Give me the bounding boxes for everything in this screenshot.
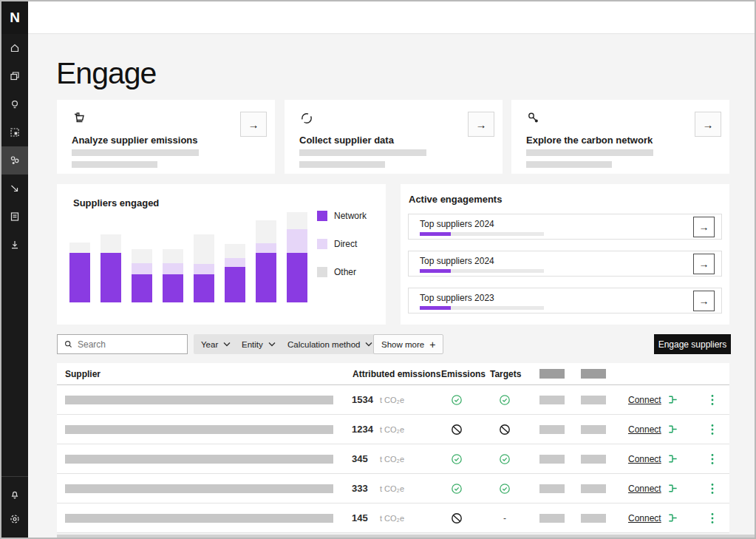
bar-segment-other: [101, 234, 121, 253]
bar-column: [101, 234, 121, 302]
card-arrow-button[interactable]: →: [695, 112, 721, 137]
chevron-down-icon: [365, 342, 372, 347]
targets-status-icon: -: [499, 512, 511, 524]
sidebar-item-import[interactable]: [1, 231, 28, 259]
logo-letter: N: [10, 10, 20, 26]
connect-plug-icon: [667, 483, 678, 494]
show-more-button[interactable]: Show more +: [373, 334, 443, 354]
bar-column: [194, 234, 214, 302]
legend-swatch: [317, 267, 327, 277]
filter-entity[interactable]: Entity: [234, 334, 283, 354]
targets-status-icon: -: [499, 424, 511, 435]
bar-segment-direct: [225, 258, 245, 267]
card-arrow-button[interactable]: →: [468, 112, 494, 137]
engage-suppliers-button[interactable]: Engage suppliers: [654, 334, 731, 354]
targets-status-icon: -: [499, 483, 511, 495]
progress-bar: [420, 306, 544, 310]
table-row: 145 t CO₂e - - Connect: [57, 504, 729, 533]
sidebar-item-select-area[interactable]: [1, 118, 28, 146]
sidebar-item-home[interactable]: [1, 34, 28, 62]
panel-title: Active engagements: [409, 194, 502, 205]
sync-icon: [299, 111, 314, 129]
kebab-menu-icon[interactable]: [706, 452, 719, 466]
table-row: 1534 t CO₂e - - Connect: [57, 385, 729, 415]
connect-link[interactable]: Connect: [628, 394, 678, 405]
arrow-right-icon: →: [476, 118, 487, 131]
filter-calculation-method[interactable]: Calculation method: [280, 334, 380, 354]
sidebar-item-settings[interactable]: [1, 506, 28, 532]
filter-year[interactable]: Year: [194, 334, 238, 354]
kebab-menu-icon[interactable]: [706, 423, 719, 436]
engage-network-icon: [9, 155, 21, 166]
cell-placeholder: [581, 484, 606, 493]
bell-icon: [9, 488, 21, 500]
bar-segment-network: [69, 253, 90, 302]
app-window: N: [0, 0, 756, 539]
engagement-arrow-button[interactable]: →: [693, 291, 715, 311]
bar-segment-other: [287, 212, 307, 229]
bar-segment-network: [132, 274, 152, 302]
progress-bar: [420, 269, 544, 273]
bar-segment-other: [194, 234, 214, 264]
check-circle-icon: [499, 453, 511, 465]
arrow-right-icon: →: [699, 258, 709, 270]
active-engagements-panel: Active engagements Top suppliers 2024 → …: [401, 184, 729, 325]
search-box[interactable]: [57, 334, 188, 354]
connect-link[interactable]: Connect: [628, 512, 678, 523]
blocked-icon: [451, 424, 463, 435]
column-placeholder: [581, 369, 606, 379]
bar-segment-network: [256, 253, 276, 302]
gear-icon: [9, 513, 21, 525]
cell-placeholder: [581, 396, 606, 404]
sidebar-item-slides[interactable]: [1, 62, 28, 90]
top-bar: [28, 1, 755, 34]
kebab-menu-icon[interactable]: [706, 393, 719, 407]
emissions-status-icon: -: [451, 512, 463, 524]
supplier-name-placeholder: [65, 484, 333, 493]
sidebar-bottom: [1, 476, 28, 538]
check-circle-icon: [451, 453, 463, 465]
card-explore-carbon-network: Explore the carbon network →: [511, 100, 729, 174]
bar-segment-direct: [163, 263, 183, 274]
bar-segment-network: [163, 274, 183, 302]
engagement-arrow-button[interactable]: →: [693, 217, 715, 237]
card-title: Collect supplier data: [299, 135, 394, 146]
network-icon: [526, 111, 541, 129]
search-input[interactable]: [78, 339, 181, 350]
sidebar: N: [1, 1, 28, 538]
legend-item-other: Other: [317, 267, 367, 277]
cutoff-row-strip: [57, 535, 756, 539]
search-icon: [64, 339, 73, 349]
sidebar-item-notifications[interactable]: [1, 481, 28, 506]
chart-legend: Network Direct Other: [317, 211, 367, 277]
cell-placeholder: [539, 425, 565, 434]
download-icon: [9, 239, 21, 251]
bar-segment-direct: [132, 263, 152, 274]
placeholder-bar: [299, 149, 426, 156]
card-arrow-button[interactable]: →: [240, 112, 267, 137]
connect-link[interactable]: Connect: [628, 483, 678, 494]
table-row: 345 t CO₂e - - Connect: [57, 444, 729, 474]
connect-link[interactable]: Connect: [628, 424, 678, 435]
sidebar-item-insights[interactable]: [1, 90, 28, 118]
suppliers-engaged-chart-panel: Suppliers engaged Network Direct Other: [57, 184, 386, 325]
kebab-menu-icon[interactable]: [706, 482, 719, 495]
stacked-bar-chart: [69, 210, 307, 302]
sidebar-item-analytics[interactable]: [1, 174, 28, 203]
document-icon: [9, 211, 21, 223]
connect-plug-icon: [667, 394, 678, 405]
cart-icon: [72, 111, 86, 129]
sidebar-item-report[interactable]: [1, 203, 28, 231]
legend-swatch: [317, 239, 327, 249]
kebab-menu-icon[interactable]: [706, 512, 719, 525]
engagement-row: Top suppliers 2024 →: [408, 214, 722, 240]
app-logo: N: [1, 1, 28, 34]
bar-segment-direct: [256, 243, 276, 253]
card-collect-supplier-data: Collect supplier data →: [285, 100, 503, 174]
sidebar-item-engage[interactable]: [1, 146, 28, 174]
engagement-row: Top suppliers 2023 →: [408, 288, 722, 313]
connect-link[interactable]: Connect: [628, 453, 678, 464]
bar-segment-network: [101, 253, 121, 302]
engagement-arrow-button[interactable]: →: [693, 254, 715, 274]
cell-placeholder: [539, 455, 565, 464]
